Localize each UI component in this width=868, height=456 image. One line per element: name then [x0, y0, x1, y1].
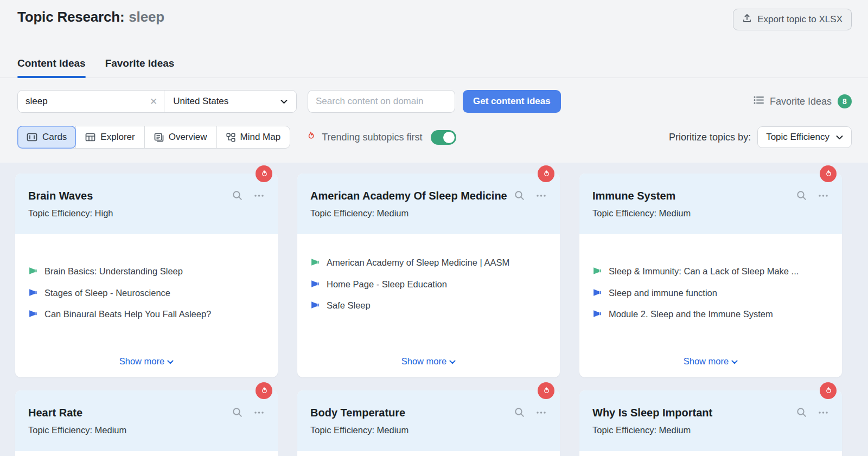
topic-card-aasm: American Academy Of Sleep Medicine Topic…	[297, 174, 560, 377]
trending-flame-badge	[820, 382, 837, 399]
trending-flame-badge	[256, 165, 272, 182]
list-icon	[754, 95, 764, 107]
country-select[interactable]: United States	[164, 91, 296, 112]
topic-efficiency: Topic Efficiency: Medium	[310, 425, 547, 435]
topic-efficiency: Topic Efficiency: High	[28, 208, 265, 219]
search-icon[interactable]	[796, 190, 807, 201]
overview-view-icon	[154, 133, 164, 142]
favorite-ideas-link[interactable]: Favorite Ideas 8	[754, 94, 852, 108]
idea-text: American Academy of Sleep Medicine | AAS…	[327, 257, 509, 268]
idea-item[interactable]: Brain Basics: Understanding Sleep	[28, 266, 265, 277]
megaphone-icon	[28, 309, 37, 318]
export-label: Export topic to XLSX	[757, 14, 843, 25]
prioritize-label: Prioritize topics by:	[669, 132, 751, 143]
country-value: United States	[173, 96, 228, 107]
topic-efficiency: Topic Efficiency: Medium	[310, 208, 547, 219]
more-menu-icon[interactable]	[818, 407, 829, 418]
idea-item[interactable]: Sleep & Immunity: Can a Lack of Sleep Ma…	[592, 266, 829, 277]
idea-text: Can Binaural Beats Help You Fall Asleep?	[44, 309, 211, 320]
search-icon[interactable]	[232, 190, 243, 201]
idea-text: Sleep and immune function	[609, 287, 717, 299]
page-title-query: sleep	[129, 9, 164, 25]
view-explorer-label: Explorer	[100, 132, 135, 143]
view-mindmap-label: Mind Map	[240, 132, 281, 143]
idea-text: Safe Sleep	[327, 300, 371, 311]
view-explorer-button[interactable]: Explorer	[75, 126, 144, 148]
idea-item[interactable]: Safe Sleep	[310, 300, 547, 311]
view-switcher: Cards Explorer Overview	[17, 126, 290, 149]
clear-icon[interactable]: ✕	[145, 96, 157, 107]
idea-text: Module 2. Sleep and the Immune System	[609, 309, 773, 320]
show-more-link[interactable]: Show more	[401, 356, 456, 369]
tab-content-ideas[interactable]: Content Ideas	[17, 57, 86, 78]
card-title: Brain Waves	[28, 188, 232, 203]
prioritize-select[interactable]: Topic Efficiency	[757, 126, 852, 148]
search-row: ✕ United States Get content ideas Favori…	[17, 90, 852, 113]
card-title: Body Temperature	[310, 405, 514, 420]
idea-text: Stages of Sleep - Neuroscience	[44, 287, 170, 299]
trending-subtopics-control: Trending subtopics first	[305, 130, 456, 145]
search-icon[interactable]	[514, 407, 525, 418]
megaphone-icon	[592, 309, 602, 318]
cards-view-icon	[27, 133, 37, 142]
search-group: ✕ United States	[17, 90, 297, 113]
megaphone-icon	[28, 288, 37, 297]
card-body	[579, 451, 842, 456]
more-menu-icon[interactable]	[535, 407, 547, 418]
trending-toggle[interactable]	[431, 130, 456, 145]
domain-input-wrap	[308, 90, 455, 113]
chevron-down-icon	[731, 356, 738, 367]
megaphone-icon	[592, 288, 602, 297]
idea-text: Brain Basics: Understanding Sleep	[44, 266, 183, 277]
more-menu-icon[interactable]	[818, 190, 829, 201]
card-header: Immune System Topic Efficiency: Medium	[579, 174, 842, 234]
megaphone-icon	[592, 266, 602, 275]
topic-card-immune-system: Immune System Topic Efficiency: Medium	[579, 174, 842, 377]
tab-favorite-ideas[interactable]: Favorite Ideas	[105, 57, 175, 78]
show-more-link[interactable]: Show more	[684, 356, 738, 369]
idea-text: Home Page - Sleep Education	[327, 279, 447, 290]
topic-card-heart-rate: Heart Rate Topic Efficiency: Medium	[15, 390, 278, 456]
card-body: Brain Basics: Understanding Sleep Stages…	[15, 234, 278, 377]
card-title: American Academy Of Sleep Medicine	[310, 188, 514, 203]
prioritize-value: Topic Efficiency	[766, 132, 829, 143]
flame-icon	[305, 131, 316, 144]
show-more-link[interactable]: Show more	[119, 356, 174, 369]
chevron-down-icon	[167, 356, 174, 367]
page-title: Topic Research:sleep	[17, 9, 164, 25]
idea-item[interactable]: Home Page - Sleep Education	[310, 279, 547, 290]
export-xlsx-button[interactable]: Export topic to XLSX	[733, 9, 852, 30]
card-title: Immune System	[592, 188, 796, 203]
mindmap-view-icon	[226, 133, 235, 142]
favorite-ideas-count-badge: 8	[838, 94, 852, 108]
trending-flame-badge	[538, 165, 554, 182]
idea-item[interactable]: American Academy of Sleep Medicine | AAS…	[310, 257, 547, 268]
topic-search-input[interactable]	[25, 96, 145, 107]
view-cards-button[interactable]: Cards	[17, 126, 76, 149]
more-menu-icon[interactable]	[535, 190, 547, 201]
more-menu-icon[interactable]	[253, 407, 265, 418]
view-mindmap-button[interactable]: Mind Map	[216, 126, 290, 148]
search-icon[interactable]	[796, 407, 807, 418]
topic-efficiency: Topic Efficiency: Medium	[592, 208, 829, 219]
idea-item[interactable]: Can Binaural Beats Help You Fall Asleep?	[28, 309, 265, 320]
trending-label: Trending subtopics first	[322, 132, 422, 143]
view-overview-button[interactable]: Overview	[144, 126, 216, 148]
trending-flame-badge	[820, 165, 837, 182]
idea-item[interactable]: Module 2. Sleep and the Immune System	[592, 309, 829, 320]
card-title: Why Is Sleep Important	[592, 405, 796, 420]
prioritize-control: Prioritize topics by: Topic Efficiency	[669, 126, 852, 148]
domain-search-input[interactable]	[316, 96, 447, 107]
topbar: Topic Research:sleep Export topic to XLS…	[0, 0, 868, 30]
idea-item[interactable]: Sleep and immune function	[592, 287, 829, 299]
favorite-ideas-label: Favorite Ideas	[770, 96, 832, 107]
topic-card-brain-waves: Brain Waves Topic Efficiency: High	[15, 174, 278, 377]
search-icon[interactable]	[232, 407, 243, 418]
get-content-ideas-button[interactable]: Get content ideas	[463, 90, 561, 113]
explorer-view-icon	[85, 133, 95, 142]
more-menu-icon[interactable]	[253, 190, 265, 201]
search-icon[interactable]	[514, 190, 525, 201]
idea-item[interactable]: Stages of Sleep - Neuroscience	[28, 287, 265, 299]
page-title-prefix: Topic Research:	[17, 9, 124, 25]
topic-efficiency: Topic Efficiency: Medium	[592, 425, 829, 435]
